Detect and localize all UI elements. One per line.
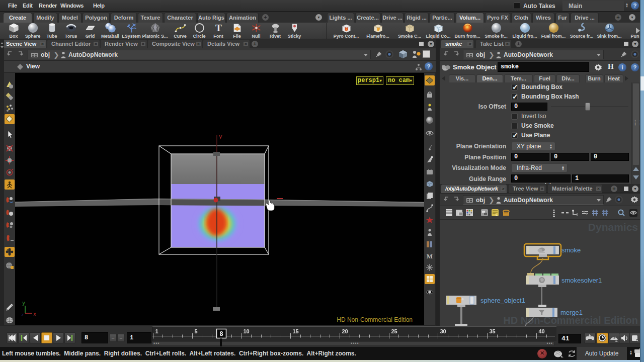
- svg-text:x: x: [33, 312, 36, 317]
- svg-text:z: z: [21, 313, 24, 318]
- svg-text:M: M: [427, 252, 433, 260]
- svg-text:y: y: [22, 301, 25, 306]
- svg-text:T: T: [215, 23, 222, 33]
- svg-text:y: y: [219, 134, 222, 140]
